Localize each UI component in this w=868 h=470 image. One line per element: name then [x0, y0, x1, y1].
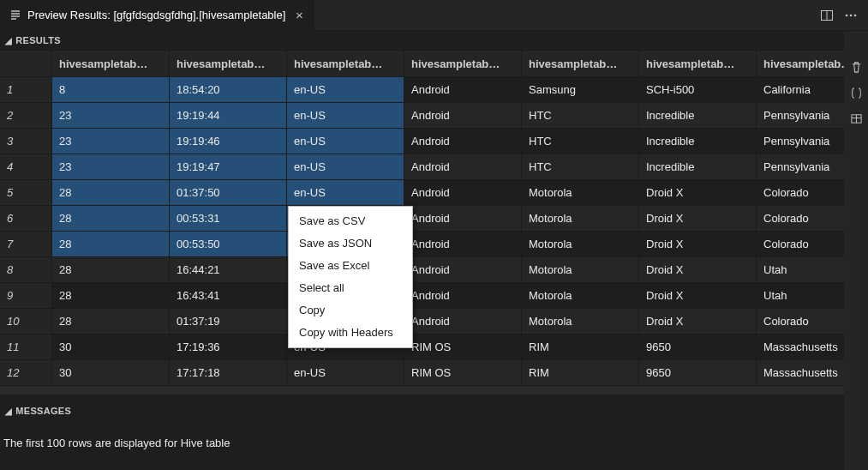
context-menu-item[interactable]: Save as JSON [289, 232, 412, 255]
row-number[interactable]: 2 [0, 103, 52, 129]
table-cell[interactable]: Utah [757, 283, 845, 309]
table-row[interactable]: 113017:19:36en-USRIM OSRIM9650Massachuse… [0, 334, 844, 360]
column-header[interactable]: hivesampletab… [170, 51, 287, 77]
table-cell[interactable]: en-US [287, 103, 404, 129]
table-cell[interactable]: Pennsylvania [757, 103, 845, 129]
table-cell[interactable]: Droid X [639, 180, 757, 206]
table-cell[interactable]: en-US [287, 180, 404, 206]
context-menu-item[interactable]: Copy [289, 299, 412, 322]
table-row[interactable]: 72800:53:50en-USAndroidMotorolaDroid XCo… [0, 232, 844, 257]
table-cell[interactable]: Massachusetts [757, 360, 845, 386]
column-header[interactable]: hivesampletab… [52, 51, 170, 77]
close-icon[interactable]: × [292, 9, 306, 22]
table-cell[interactable]: RIM [522, 334, 639, 360]
table-cell[interactable]: 8 [52, 77, 170, 103]
table-cell[interactable]: 01:37:50 [170, 180, 287, 206]
table-cell[interactable]: Colorado [757, 206, 845, 232]
table-cell[interactable]: 19:19:44 [170, 103, 287, 129]
table-cell[interactable]: Android [404, 77, 522, 103]
table-cell[interactable]: en-US [287, 360, 404, 386]
context-menu-item[interactable]: Save as Excel [289, 255, 412, 277]
table-cell[interactable]: RIM OS [404, 334, 522, 360]
table-cell[interactable]: California [757, 77, 845, 103]
table-cell[interactable]: 23 [52, 154, 170, 180]
column-header[interactable]: hivesampletab… [757, 51, 845, 77]
table-cell[interactable]: 9650 [639, 360, 757, 386]
table-cell[interactable]: HTC [522, 103, 639, 129]
table-cell[interactable]: 30 [52, 360, 170, 386]
table-cell[interactable]: HTC [522, 129, 639, 154]
column-header[interactable]: hivesampletab… [639, 51, 757, 77]
table-cell[interactable]: Motorola [522, 283, 639, 309]
table-cell[interactable]: 16:44:21 [170, 257, 287, 283]
context-menu-item[interactable]: Save as CSV [289, 210, 412, 232]
table-cell[interactable]: Android [404, 129, 522, 154]
table-cell[interactable]: Droid X [639, 232, 757, 257]
context-menu-item[interactable]: Select all [289, 277, 412, 299]
table-cell[interactable]: 9650 [639, 334, 757, 360]
table-cell[interactable]: Android [404, 309, 522, 334]
row-number[interactable]: 10 [0, 309, 52, 334]
table-row[interactable]: 32319:19:46en-USAndroidHTCIncrediblePenn… [0, 129, 844, 154]
rownum-header[interactable] [0, 51, 52, 77]
table-cell[interactable]: SCH-i500 [639, 77, 757, 103]
active-tab[interactable]: Preview Results: [gfgfdsgdsgfdhg].[hives… [0, 0, 315, 30]
row-number[interactable]: 7 [0, 232, 52, 257]
row-number[interactable]: 11 [0, 334, 52, 360]
table-row[interactable]: 42319:19:47en-USAndroidHTCIncrediblePenn… [0, 154, 844, 180]
row-number[interactable]: 9 [0, 283, 52, 309]
table-cell[interactable]: 17:19:36 [170, 334, 287, 360]
json-icon[interactable] [846, 82, 866, 103]
table-cell[interactable]: RIM OS [404, 360, 522, 386]
row-number[interactable]: 12 [0, 360, 52, 386]
table-cell[interactable]: 18:54:20 [170, 77, 287, 103]
table-cell[interactable]: Droid X [639, 283, 757, 309]
table-cell[interactable]: 28 [52, 206, 170, 232]
table-cell[interactable]: Incredible [639, 129, 757, 154]
more-actions-icon[interactable] [839, 3, 863, 27]
table-row[interactable]: 22319:19:44en-USAndroidHTCIncrediblePenn… [0, 103, 844, 129]
table-cell[interactable]: Droid X [639, 309, 757, 334]
table-cell[interactable]: Android [404, 283, 522, 309]
table-row[interactable]: 102801:37:19en-USAndroidMotorolaDroid XC… [0, 309, 844, 334]
split-editor-icon[interactable] [815, 3, 839, 27]
table-row[interactable]: 92816:43:41en-USAndroidMotorolaDroid XUt… [0, 283, 844, 309]
table-cell[interactable]: Samsung [522, 77, 639, 103]
table-cell[interactable]: Motorola [522, 309, 639, 334]
table-row[interactable]: 52801:37:50en-USAndroidMotorolaDroid XCo… [0, 180, 844, 206]
table-row[interactable]: 1818:54:20en-USAndroidSamsungSCH-i500Cal… [0, 77, 844, 103]
trash-icon[interactable] [846, 57, 866, 77]
row-number[interactable]: 6 [0, 206, 52, 232]
table-cell[interactable]: en-US [287, 77, 404, 103]
table-cell[interactable]: Pennsylvania [757, 129, 845, 154]
table-cell[interactable]: 23 [52, 103, 170, 129]
row-number[interactable]: 4 [0, 154, 52, 180]
table-cell[interactable]: Utah [757, 257, 845, 283]
table-cell[interactable]: en-US [287, 129, 404, 154]
row-number[interactable]: 5 [0, 180, 52, 206]
row-number[interactable]: 8 [0, 257, 52, 283]
results-section-header[interactable]: ◢ RESULTS [0, 31, 844, 51]
table-cell[interactable]: en-US [287, 154, 404, 180]
table-cell[interactable]: Motorola [522, 257, 639, 283]
table-cell[interactable]: Android [404, 103, 522, 129]
table-cell[interactable]: Colorado [757, 180, 845, 206]
table-cell[interactable]: 23 [52, 129, 170, 154]
table-row[interactable]: 62800:53:31en-USAndroidMotorolaDroid XCo… [0, 206, 844, 232]
table-cell[interactable]: Droid X [639, 257, 757, 283]
table-cell[interactable]: Motorola [522, 232, 639, 257]
row-number[interactable]: 3 [0, 129, 52, 154]
table-cell[interactable]: 30 [52, 334, 170, 360]
table-cell[interactable]: 00:53:31 [170, 206, 287, 232]
table-row[interactable]: 82816:44:21en-USAndroidMotorolaDroid XUt… [0, 257, 844, 283]
column-header[interactable]: hivesampletab… [522, 51, 639, 77]
row-number[interactable]: 1 [0, 77, 52, 103]
table-cell[interactable]: Motorola [522, 206, 639, 232]
table-cell[interactable]: Colorado [757, 232, 845, 257]
table-icon[interactable] [846, 108, 866, 129]
table-cell[interactable]: 19:19:47 [170, 154, 287, 180]
table-cell[interactable]: Incredible [639, 103, 757, 129]
table-cell[interactable]: RIM [522, 360, 639, 386]
column-header[interactable]: hivesampletab… [404, 51, 522, 77]
table-cell[interactable]: 00:53:50 [170, 232, 287, 257]
